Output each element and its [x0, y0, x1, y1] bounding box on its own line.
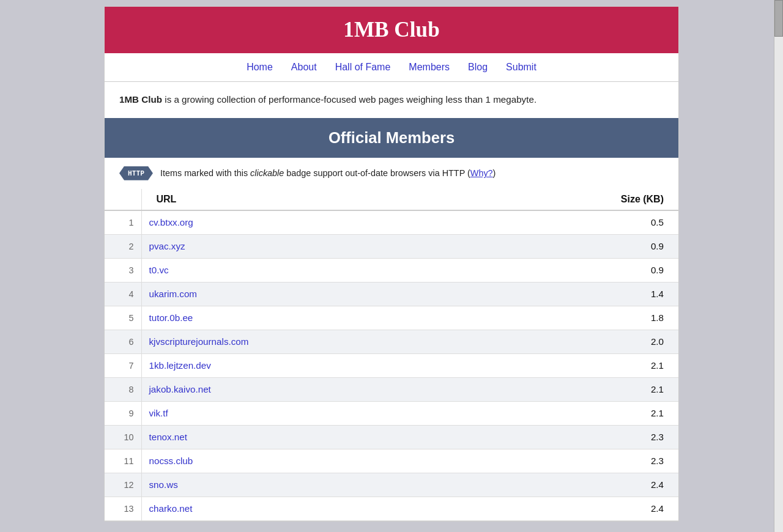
size-cell: 1.4 [470, 282, 678, 306]
nav-submit[interactable]: Submit [506, 62, 536, 73]
member-link[interactable]: nocss.club [149, 456, 193, 466]
table-row: 9vik.tf2.1 [105, 401, 678, 425]
member-link[interactable]: tenox.net [149, 432, 188, 442]
row-number: 6 [105, 330, 141, 353]
size-header: Size (KB) [470, 189, 678, 210]
size-cell: 0.9 [470, 234, 678, 258]
member-link[interactable]: 1kb.lejtzen.dev [149, 360, 211, 371]
url-cell: jakob.kaivo.net [141, 377, 470, 401]
size-cell: 0.9 [470, 258, 678, 282]
nav-members[interactable]: Members [409, 62, 450, 73]
size-cell: 2.3 [470, 449, 678, 473]
table-row: 10tenox.net2.3 [105, 425, 678, 449]
http-badge[interactable]: HTTP [119, 166, 153, 180]
member-link[interactable]: t0.vc [149, 265, 169, 275]
member-link[interactable]: charko.net [149, 503, 193, 514]
description-bold: 1MB Club [119, 94, 162, 105]
table-row: 8jakob.kaivo.net2.1 [105, 377, 678, 401]
row-number: 11 [105, 449, 141, 473]
notice-pre: Items marked with this [160, 168, 250, 178]
row-number: 9 [105, 401, 141, 425]
size-cell: 2.1 [470, 377, 678, 401]
url-cell: 1kb.lejtzen.dev [141, 353, 470, 377]
row-number: 12 [105, 473, 141, 497]
nav-hall-of-fame[interactable]: Hall of Fame [335, 62, 391, 73]
url-cell: tenox.net [141, 425, 470, 449]
notice-close-paren: ) [493, 168, 496, 178]
size-cell: 0.5 [470, 210, 678, 235]
member-link[interactable]: jakob.kaivo.net [149, 384, 211, 394]
member-link[interactable]: vik.tf [149, 408, 168, 418]
url-cell: nocss.club [141, 449, 470, 473]
url-cell: ukarim.com [141, 282, 470, 306]
table-row: 2pvac.xyz0.9 [105, 234, 678, 258]
url-header: URL [141, 189, 470, 210]
url-cell: tutor.0b.ee [141, 306, 470, 330]
table-row: 12sno.ws2.4 [105, 473, 678, 497]
description-section: 1MB Club is a growing collection of perf… [105, 82, 678, 118]
member-link[interactable]: ukarim.com [149, 289, 197, 299]
members-header-title: Official Members [116, 129, 667, 147]
size-cell: 2.4 [470, 497, 678, 520]
row-number: 10 [105, 425, 141, 449]
member-link[interactable]: pvac.xyz [149, 241, 185, 251]
table-row: 1cv.btxx.org0.5 [105, 210, 678, 235]
row-number: 1 [105, 210, 141, 235]
row-number: 3 [105, 258, 141, 282]
size-cell: 2.4 [470, 473, 678, 497]
why-link[interactable]: Why? [470, 168, 493, 178]
url-cell: kjvscripturejournals.com [141, 330, 470, 353]
size-cell: 2.0 [470, 330, 678, 353]
nav-blog[interactable]: Blog [468, 62, 488, 73]
table-row: 6kjvscripturejournals.com2.0 [105, 330, 678, 353]
scrollbar-track [774, 0, 783, 528]
table-row: 4ukarim.com1.4 [105, 282, 678, 306]
site-title: 1MB Club [117, 18, 666, 42]
url-cell: pvac.xyz [141, 234, 470, 258]
member-link[interactable]: tutor.0b.ee [149, 312, 193, 323]
url-cell: vik.tf [141, 401, 470, 425]
table-row: 3t0.vc0.9 [105, 258, 678, 282]
url-cell: sno.ws [141, 473, 470, 497]
notice-post: badge support out-of-date browsers via H… [284, 168, 470, 178]
nav-home[interactable]: Home [247, 62, 273, 73]
nav-about[interactable]: About [291, 62, 317, 73]
size-cell: 2.1 [470, 401, 678, 425]
row-number: 4 [105, 282, 141, 306]
url-cell: cv.btxx.org [141, 210, 470, 235]
description-text: is a growing collection of performance-f… [162, 94, 536, 105]
member-link[interactable]: cv.btxx.org [149, 217, 193, 227]
site-header: 1MB Club [105, 7, 678, 53]
main-nav: Home About Hall of Fame Members Blog Sub… [105, 53, 678, 82]
row-number: 8 [105, 377, 141, 401]
table-row: 5tutor.0b.ee1.8 [105, 306, 678, 330]
description-paragraph: 1MB Club is a growing collection of perf… [119, 93, 664, 107]
row-number: 13 [105, 497, 141, 520]
row-number: 2 [105, 234, 141, 258]
http-notice: HTTP Items marked with this clickable ba… [105, 158, 678, 189]
url-cell: t0.vc [141, 258, 470, 282]
table-header-row: URL Size (KB) [105, 189, 678, 210]
http-notice-text: Items marked with this clickable badge s… [160, 168, 495, 178]
notice-em: clickable [250, 168, 284, 178]
page-wrapper: 1MB Club Home About Hall of Fame Members… [104, 6, 679, 522]
member-link[interactable]: sno.ws [149, 479, 178, 490]
url-cell: charko.net [141, 497, 470, 520]
members-header: Official Members [105, 118, 678, 158]
members-table: URL Size (KB) 1cv.btxx.org0.52pvac.xyz0.… [105, 189, 678, 521]
size-cell: 2.1 [470, 353, 678, 377]
table-row: 71kb.lejtzen.dev2.1 [105, 353, 678, 377]
scrollbar-thumb[interactable] [774, 0, 783, 37]
member-link[interactable]: kjvscripturejournals.com [149, 336, 249, 347]
size-cell: 1.8 [470, 306, 678, 330]
table-row: 13charko.net2.4 [105, 497, 678, 520]
row-num-header [105, 189, 141, 210]
table-row: 11nocss.club2.3 [105, 449, 678, 473]
row-number: 5 [105, 306, 141, 330]
size-cell: 2.3 [470, 425, 678, 449]
row-number: 7 [105, 353, 141, 377]
